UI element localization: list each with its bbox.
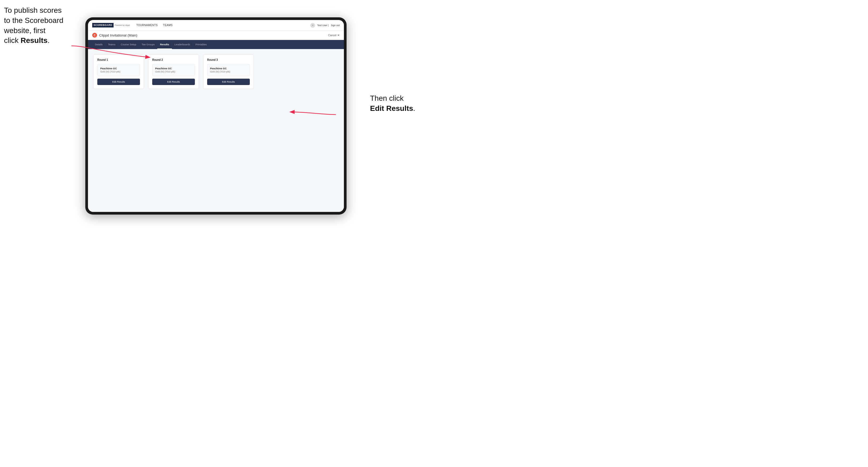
tablet-screen: SCOREBOARD Powered by clippd TOURNAMENTS… <box>88 20 344 212</box>
edit-results-button-1[interactable]: Edit Results <box>97 79 140 85</box>
nav-right: U Test User | Sign out <box>310 23 340 28</box>
tournament-name: Clippd Invitational (Main) <box>99 33 328 37</box>
rounds-grid: Round 1 Peachtree GC Gold (M) (7010 yds)… <box>93 54 339 89</box>
content-area: Round 1 Peachtree GC Gold (M) (7010 yds)… <box>88 49 344 212</box>
round-1-card: Round 1 Peachtree GC Gold (M) (7010 yds)… <box>93 54 144 89</box>
tab-teams[interactable]: Teams <box>105 40 118 49</box>
tournament-icon: C <box>92 33 97 38</box>
logo: SCOREBOARD <box>92 23 114 27</box>
cancel-button[interactable]: Cancel ✕ <box>328 34 340 37</box>
sign-out-link[interactable]: Sign out <box>331 24 340 27</box>
round-2-course-info: Gold (M) (7010 yds) <box>155 70 192 73</box>
nav-tournaments[interactable]: TOURNAMENTS <box>136 24 158 27</box>
instruction-left: To publish scores to the Scoreboard webs… <box>4 5 79 45</box>
tab-tee-groups[interactable]: Tee Groups <box>139 40 157 49</box>
round-3-course-info: Gold (M) (7010 yds) <box>210 70 247 73</box>
tab-printables[interactable]: Printables <box>193 40 209 49</box>
instruction-right: Then click Edit Results. <box>370 93 426 114</box>
logo-area: SCOREBOARD Powered by clippd <box>92 23 130 27</box>
tab-results[interactable]: Results <box>157 40 172 49</box>
nav-teams[interactable]: TEAMS <box>163 24 173 27</box>
tab-course-setup[interactable]: Course Setup <box>118 40 139 49</box>
edit-results-button-2[interactable]: Edit Results <box>152 79 195 85</box>
round-2-title: Round 2 <box>152 58 195 61</box>
round-2-course-card: Peachtree GC Gold (M) (7010 yds) <box>152 64 195 76</box>
round-3-course-name: Peachtree GC <box>210 67 247 70</box>
round-1-course-info: Gold (M) (7010 yds) <box>100 70 137 73</box>
tab-leaderboards[interactable]: Leaderboards <box>172 40 193 49</box>
tab-details[interactable]: Details <box>92 40 105 49</box>
round-2-course-name: Peachtree GC <box>155 67 192 70</box>
round-1-title: Round 1 <box>97 58 140 61</box>
round-3-course-card: Peachtree GC Gold (M) (7010 yds) <box>207 64 250 76</box>
edit-results-button-3[interactable]: Edit Results <box>207 79 250 85</box>
top-nav: SCOREBOARD Powered by clippd TOURNAMENTS… <box>88 20 344 31</box>
round-3-card: Round 3 Peachtree GC Gold (M) (7010 yds)… <box>203 54 254 89</box>
nav-links: TOURNAMENTS TEAMS <box>136 24 310 27</box>
round-1-course-name: Peachtree GC <box>100 67 137 70</box>
user-avatar: U <box>310 23 315 28</box>
round-3-title: Round 3 <box>207 58 250 61</box>
round-2-card: Round 2 Peachtree GC Gold (M) (7010 yds)… <box>148 54 199 89</box>
logo-subtitle: Powered by clippd <box>115 24 130 26</box>
tab-bar: Details Teams Course Setup Tee Groups Re… <box>88 40 344 49</box>
user-name: Test User | <box>317 24 329 27</box>
tablet-frame: SCOREBOARD Powered by clippd TOURNAMENTS… <box>85 17 347 215</box>
tournament-header: C Clippd Invitational (Main) Cancel ✕ <box>88 31 344 40</box>
round-1-course-card: Peachtree GC Gold (M) (7010 yds) <box>97 64 140 76</box>
